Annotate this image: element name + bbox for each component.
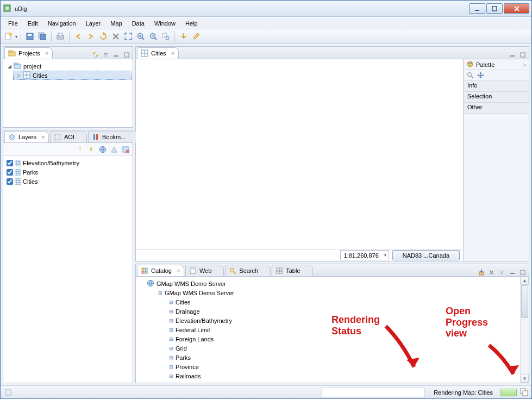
svg-point-15 <box>166 36 169 40</box>
status-input[interactable] <box>322 388 425 397</box>
menu-navigation[interactable]: Navigation <box>43 18 80 28</box>
minimize-icon[interactable] <box>508 51 516 59</box>
crs-button[interactable]: NAD83 ...Canada <box>392 250 460 260</box>
view-menu-icon[interactable]: ▽ <box>498 268 506 276</box>
close-icon[interactable]: × <box>170 51 176 57</box>
layer-row[interactable]: Elevation/Bathymetry <box>4 158 132 167</box>
layer-checkbox[interactable] <box>7 169 13 176</box>
close-icon[interactable]: × <box>40 134 46 140</box>
edit-icon[interactable] <box>191 31 202 42</box>
minimize-icon[interactable] <box>508 268 516 276</box>
scroll-thumb[interactable] <box>521 285 528 318</box>
scale-combo[interactable]: 1:81,260,876 <box>340 250 389 260</box>
menu-help[interactable]: Help <box>181 18 202 28</box>
redo-icon[interactable] <box>85 31 96 42</box>
save-icon[interactable] <box>24 31 35 42</box>
svg-rect-19 <box>124 53 129 57</box>
catalog-layer-row[interactable]: ⊞Cities <box>137 297 520 307</box>
maximize-icon[interactable] <box>122 51 130 59</box>
catalog-group-row[interactable]: ⊞GMap WMS Demo Server <box>137 288 520 297</box>
close-icon[interactable]: × <box>176 268 181 274</box>
import-icon[interactable] <box>477 268 485 276</box>
layers-view: Layers × AOI Bookm... <box>3 130 133 383</box>
projects-tab-label: Projects <box>18 50 40 57</box>
catalog-layer-row[interactable]: ⊞Federal Limit <box>137 325 520 334</box>
menu-data[interactable]: Data <box>128 18 149 28</box>
menu-edit[interactable]: Edit <box>23 18 42 28</box>
save-all-icon[interactable] <box>37 31 48 42</box>
catalog-layer-row[interactable]: ⊞Grid <box>137 344 520 353</box>
undo-icon[interactable] <box>73 31 84 42</box>
layer-checkbox[interactable] <box>7 160 13 166</box>
table-icon <box>276 267 284 275</box>
view-menu-icon[interactable]: ▽ <box>102 51 110 59</box>
project-map-row[interactable]: ▷ Cities <box>13 71 132 80</box>
up-icon[interactable]: ⇧ <box>76 145 84 153</box>
globe-icon[interactable] <box>98 145 107 153</box>
menu-file[interactable]: File <box>4 18 22 28</box>
remove-icon[interactable]: × <box>487 268 496 276</box>
layer-row[interactable]: Parks <box>4 167 132 177</box>
zoom-out-icon[interactable] <box>148 31 159 42</box>
menu-layer[interactable]: Layer <box>82 18 105 28</box>
catalog-layer-row[interactable]: ⊞Foreign Lands <box>137 334 520 344</box>
refresh-icon[interactable] <box>98 31 109 42</box>
menu-window[interactable]: Window <box>150 18 180 28</box>
layers-tab[interactable]: Layers × <box>4 131 49 142</box>
scroll-down-icon[interactable]: ▼ <box>521 375 529 383</box>
catalog-tab[interactable]: Catalog × <box>137 265 184 276</box>
commit-icon[interactable] <box>178 31 189 42</box>
project-root-row[interactable]: ◢ project <box>4 61 132 71</box>
menu-map[interactable]: Map <box>106 18 126 28</box>
filter-icon[interactable] <box>121 145 129 153</box>
web-tab[interactable]: Web <box>185 265 224 276</box>
close-icon[interactable]: × <box>44 51 50 57</box>
catalog-layer-row[interactable]: ⊞Elevation/Bathymetry <box>137 316 520 325</box>
maximize-icon[interactable] <box>518 51 527 59</box>
catalog-server-row[interactable]: GMap WMS Demo Server <box>137 279 520 288</box>
search-icon[interactable] <box>466 71 474 79</box>
zoom-selection-icon[interactable] <box>160 31 171 42</box>
map-icon <box>141 49 149 58</box>
layer-label: Elevation/Bathymetry <box>23 160 79 166</box>
progress-view-icon[interactable] <box>520 388 528 396</box>
scroll-up-icon[interactable]: ▲ <box>521 277 529 285</box>
search-tab[interactable]: Search <box>225 265 271 276</box>
palette-section-other[interactable]: Other <box>464 103 529 114</box>
svg-rect-25 <box>96 134 98 140</box>
progress-bar <box>500 389 517 396</box>
maximize-button[interactable] <box>486 3 503 14</box>
link-icon[interactable] <box>91 51 99 59</box>
catalog-layer-row[interactable]: ⊞Railroads <box>137 371 520 381</box>
print-icon[interactable] <box>55 31 66 42</box>
collapse-icon[interactable]: ▷ <box>523 62 527 67</box>
zoom-in-icon[interactable] <box>135 31 146 42</box>
palette-section-selection[interactable]: Selection <box>464 92 529 103</box>
down-icon[interactable]: ⇩ <box>87 145 95 153</box>
zoom-extent-icon[interactable] <box>123 31 134 42</box>
scrollbar[interactable]: ▲ ▼ <box>520 277 529 383</box>
minimize-button[interactable] <box>469 3 485 14</box>
aoi-tab[interactable]: AOI <box>50 131 87 142</box>
catalog-layer-row[interactable]: ⊞Parks <box>137 353 520 362</box>
fastview-icon[interactable] <box>4 388 12 396</box>
table-tab[interactable]: Table <box>272 265 312 276</box>
svg-rect-2 <box>475 10 479 11</box>
palette-section-info[interactable]: Info <box>464 81 529 92</box>
pan-icon[interactable] <box>477 71 485 79</box>
map-canvas[interactable]: 1:81,260,876 NAD83 ...Canada <box>136 59 464 261</box>
catalog-layer-row[interactable]: ⊞Province <box>137 362 520 371</box>
projects-tab[interactable]: Projects × <box>4 47 53 59</box>
map-tab[interactable]: Cities × <box>137 47 179 59</box>
close-button[interactable] <box>504 3 529 14</box>
project-icon <box>14 62 22 70</box>
minimize-icon[interactable] <box>112 51 120 59</box>
bookmarks-tab[interactable]: Bookm... <box>88 131 138 142</box>
new-icon[interactable] <box>3 31 14 42</box>
maximize-icon[interactable] <box>518 268 527 276</box>
layer-checkbox[interactable] <box>7 178 13 185</box>
layer-row[interactable]: Cities <box>4 177 132 186</box>
cancel-icon[interactable] <box>110 31 121 42</box>
catalog-layer-row[interactable]: ⊞Drainage <box>137 307 520 316</box>
style-icon[interactable] <box>110 145 118 153</box>
